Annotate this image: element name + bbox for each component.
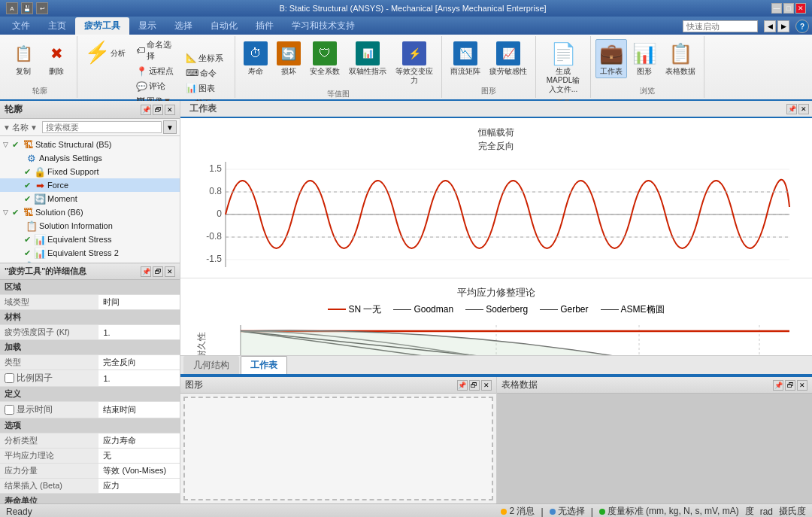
worksheet-view-button[interactable]: 💼 工作表 — [595, 39, 627, 78]
table-pin-button[interactable]: 📌 — [773, 380, 783, 391]
analysis-type-value[interactable]: 应力寿命 — [98, 433, 180, 449]
domain-type-value[interactable]: 时间 — [98, 295, 180, 310]
result-insert-value[interactable]: 应力 — [98, 479, 180, 494]
fatigue-sensitivity-button[interactable]: 📈 疲劳敏感性 — [486, 39, 531, 78]
tree-item-force[interactable]: ✔ ➡ Force — [0, 178, 180, 192]
named-selection-button[interactable]: 🏷命名选择 — [132, 38, 180, 63]
coordinate-button[interactable]: 📐坐标系 — [182, 51, 227, 65]
toggle-static-structural[interactable]: ▽ — [3, 141, 12, 148]
display-time-checkbox[interactable] — [5, 405, 14, 415]
tree-item-fixed-support[interactable]: ✔ 🔒 Fixed Support — [0, 165, 180, 178]
sidebar-header: 轮廓 📌 🗗 ✕ — [0, 101, 180, 119]
ribbon-tab-file[interactable]: 文件 — [3, 17, 39, 35]
svg-text:1.5: 1.5 — [209, 163, 222, 174]
life-button[interactable]: ⏱ 寿命 — [240, 39, 271, 78]
nav-forward-button[interactable]: ▶ — [777, 20, 789, 32]
command-button[interactable]: ⌨命令 — [182, 66, 220, 81]
table-view-label: 表格数据 — [665, 67, 695, 76]
maximize-button[interactable]: □ — [783, 3, 794, 14]
legend-soderberg-line — [465, 309, 483, 310]
help-button[interactable]: ? — [795, 20, 809, 33]
tree-filter-button[interactable]: ▼ — [163, 120, 177, 134]
ribbon-tab-fatigue[interactable]: 疲劳工具 — [75, 17, 129, 35]
stress-component-value[interactable]: 等效 (Von-Mises) — [98, 464, 180, 479]
nav-back-button[interactable]: ◀ — [764, 20, 776, 32]
equiv-stress-button[interactable]: ⚡ 等效交变应力 — [392, 39, 437, 87]
table-float-button[interactable]: 🗗 — [785, 380, 795, 391]
graphics-view-button[interactable]: 📊 图形 — [629, 39, 660, 78]
mean-stress-value[interactable]: 无 — [98, 449, 180, 464]
tab-geometry[interactable]: 几何结构 — [183, 356, 239, 374]
ribbon-group-graphics: 📉 雨流矩阵 📈 疲劳敏感性 图形 — [442, 36, 536, 98]
tree-item-solution-info[interactable]: 📋 Solution Information — [0, 219, 180, 233]
graph-float-button[interactable]: 🗗 — [469, 380, 480, 391]
row-domain-type: 域类型 时间 — [0, 295, 180, 310]
status-units-indicator: 度量标准 (mm, kg, N, s, mV, mA) — [599, 505, 739, 517]
quick-save-icon[interactable]: 💾 — [21, 2, 33, 14]
ribbon-tab-auto[interactable]: 自动化 — [201, 17, 247, 35]
ws-pin-button[interactable]: 📌 — [786, 104, 797, 114]
tree-item-equiv-stress[interactable]: ✔ 📊 Equivalent Stress — [0, 233, 180, 246]
equiv-icon: 📊 — [34, 233, 46, 245]
table-close-button[interactable]: ✕ — [797, 380, 807, 391]
delete-button[interactable]: ✖ 删除 — [41, 39, 72, 78]
remote-point-button[interactable]: 📍远程点 — [132, 64, 177, 78]
tree-item-moment[interactable]: ✔ 🔄 Moment — [0, 192, 180, 205]
safety-factor-button[interactable]: 🛡 安全系数 — [306, 39, 344, 78]
details-pin-button[interactable]: 📌 — [141, 266, 151, 277]
fatigue-strength-value[interactable]: 1. — [98, 325, 180, 340]
life-icon: ⏱ — [244, 41, 268, 65]
ribbon-tab-display[interactable]: 显示 — [129, 17, 165, 35]
details-header[interactable]: "疲劳工具"的详细信息 📌 🗗 ✕ — [0, 263, 180, 280]
scale-factor-value[interactable]: 1. — [98, 370, 180, 387]
display-time-value[interactable]: 结束时间 — [98, 402, 180, 418]
generate-mapdl-button[interactable]: 📄 生成MAPDL输入文件... — [541, 39, 586, 96]
toggle-solution[interactable]: ▽ — [3, 208, 12, 216]
ribbon-outline-buttons: 📋 复制 ✖ 删除 — [8, 38, 72, 84]
tree-item-static-structural[interactable]: ▽ ✔ 🏗 Static Structural (B5) — [0, 138, 180, 151]
comment-button[interactable]: 💬评论 — [132, 79, 169, 93]
tree-label: 名称 — [12, 122, 29, 133]
load-type-value[interactable]: 完全反向 — [98, 355, 180, 370]
legend-gerber-label: Gerber — [560, 304, 588, 315]
ribbon-tab-learn[interactable]: 学习和技术支持 — [283, 17, 364, 35]
details-close-button[interactable]: ✕ — [165, 266, 175, 277]
messages-icon — [501, 509, 507, 515]
graph-panel: 图形 📌 🗗 ✕ — [180, 377, 497, 503]
ribbon-tab-select[interactable]: 选择 — [165, 17, 201, 35]
scale-factor-checkbox[interactable] — [5, 373, 14, 383]
table-view-button[interactable]: 📋 表格数据 — [662, 39, 699, 78]
ribbon-tab-plugin[interactable]: 插件 — [247, 17, 283, 35]
ribbon-tab-bar: 文件 主页 疲劳工具 显示 选择 自动化 插件 学习和技术支持 ◀ ▶ ? — [0, 17, 812, 35]
tree-search-input[interactable] — [42, 121, 162, 133]
rainflow-button[interactable]: 📉 雨流矩阵 — [447, 39, 484, 78]
chart-button[interactable]: 📊图表 — [182, 81, 219, 96]
chart1-area: 恒幅载荷 完全反向 1.5 0.8 0 — [180, 118, 812, 278]
tree-item-solution[interactable]: ▽ ✔ 🏗 Solution (B6) — [0, 205, 180, 219]
ribbon: 📋 复制 ✖ 删除 轮廓 ⚡ 分析 🏷命名选择 📍远程点 💬评论 🖼图 — [0, 35, 812, 101]
legend-asme-label: ASME椭圆 — [621, 303, 665, 316]
close-button[interactable]: ✕ — [795, 3, 806, 14]
details-float-button[interactable]: 🗗 — [153, 266, 163, 277]
row-stress-component: 应力分量 等效 (Von-Mises) — [0, 464, 180, 479]
sidebar-close-button[interactable]: ✕ — [165, 105, 175, 115]
ribbon-tab-home[interactable]: 主页 — [39, 17, 75, 35]
rad-text: rad — [760, 506, 773, 517]
ws-close-button[interactable]: ✕ — [798, 104, 809, 114]
graph-pin-button[interactable]: 📌 — [457, 380, 468, 391]
undo-icon[interactable]: ↩ — [36, 2, 48, 14]
copy-button[interactable]: 📋 复制 — [8, 39, 39, 78]
analyze-button[interactable]: ⚡ 分析 — [82, 38, 128, 67]
damage-button[interactable]: 🔄 损坏 — [273, 39, 304, 78]
tree-item-analysis-settings[interactable]: ⚙ Analysis Settings — [0, 151, 180, 165]
tab-worksheet[interactable]: 工作表 — [241, 356, 287, 374]
tree-item-equiv-stress2[interactable]: ✔ 📊 Equivalent Stress 2 — [0, 246, 180, 260]
biaxiality-button[interactable]: 📊 双轴性指示 — [345, 39, 390, 78]
sidebar-pin-button[interactable]: 📌 — [141, 105, 151, 115]
check-icon-equiv: ✔ — [24, 235, 31, 245]
sidebar-float-button[interactable]: 🗗 — [153, 105, 163, 115]
graph-close-button[interactable]: ✕ — [481, 380, 492, 391]
mapdl-icon: 📄 — [551, 41, 575, 65]
quick-launch-search[interactable] — [683, 20, 758, 32]
minimize-button[interactable]: — — [771, 3, 782, 14]
